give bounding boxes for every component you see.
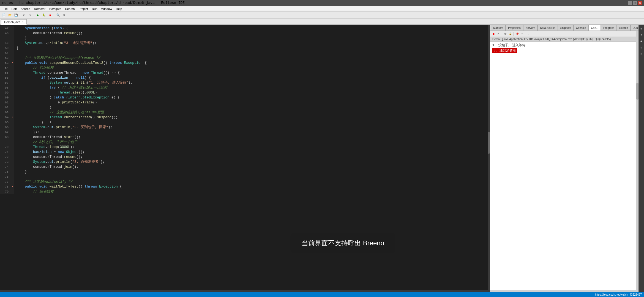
toolbar-redo[interactable]: ↪	[27, 12, 33, 18]
menu-item-refactor[interactable]: Refactor	[32, 7, 47, 11]
scrollbar-thumb[interactable]	[488, 132, 490, 154]
line-code	[14, 51, 17, 56]
line-code: consumerThread.resume();	[14, 155, 83, 160]
line-number: 65	[0, 120, 11, 125]
line-code: try { // 为这个线程加上一点延时	[14, 85, 108, 90]
tab-demo6-java[interactable]: Demo6.java ✕	[1, 19, 27, 25]
toolbar-settings[interactable]: ⚙	[61, 12, 67, 18]
menu-item-edit[interactable]: Edit	[10, 7, 18, 11]
right-tab-datasource[interactable]: Data Source	[537, 25, 558, 31]
line-number	[0, 36, 11, 41]
right-tab-snippets[interactable]: Snippets	[558, 25, 574, 31]
code-panel[interactable]: 47 synchronized (this) {48 consumerThrea…	[0, 25, 490, 292]
line-code: consumerThread.start();	[14, 135, 81, 140]
code-content: 47 synchronized (this) {48 consumerThrea…	[0, 25, 490, 292]
line-number: 54	[0, 65, 11, 70]
line-number: 56	[0, 75, 11, 80]
window-controls[interactable]: ─ □ ✕	[628, 1, 642, 5]
rt-scroll-lock[interactable]: 🔒	[508, 32, 512, 36]
rt-clear[interactable]: 🗑	[503, 32, 507, 36]
status-bar-text: https://blog.csdn.net/weixin_43228497	[595, 293, 642, 296]
minimize-button[interactable]: ─	[628, 1, 632, 5]
toolbar-open[interactable]: 📂	[7, 12, 13, 18]
line-number: 58	[0, 85, 11, 90]
right-tab-markers[interactable]: Markers	[491, 25, 506, 31]
right-scrollbar-thumb[interactable]	[636, 83, 638, 100]
line-code: e.printStackTrace();	[14, 100, 99, 105]
toolbar-search[interactable]: 🔍	[55, 12, 61, 18]
line-code: }	[14, 105, 52, 110]
console-output[interactable]: 1. 没包子, 进入等待3. 通知消费者	[490, 42, 638, 292]
menu-item-navigate[interactable]: Navigate	[48, 7, 63, 11]
rt-new-console[interactable]: +	[520, 32, 524, 36]
menu-item-file[interactable]: File	[1, 7, 9, 11]
line-number: 51	[0, 51, 11, 56]
code-line: 67 });	[0, 130, 490, 135]
line-marker	[11, 65, 14, 70]
menu-item-help[interactable]: Help	[114, 7, 124, 11]
line-code: consumerThread.join();	[14, 164, 78, 169]
rt-pin[interactable]: 📌	[515, 32, 519, 36]
line-code: });	[14, 130, 39, 135]
line-code: // 启动线程	[14, 189, 54, 194]
line-number: 48	[0, 31, 11, 36]
console-line: 3. 通知消费者	[492, 48, 636, 53]
vertical-scrollbar[interactable]	[488, 25, 490, 292]
rt-expand[interactable]: ⛶	[525, 32, 529, 36]
menu-bar: FileEditSourceRefactorNavigateSearchProj…	[0, 6, 644, 12]
right-tab-properties[interactable]: Properties	[506, 25, 523, 31]
line-number: 72	[0, 155, 11, 160]
line-number: 70	[0, 145, 11, 150]
line-marker	[11, 80, 14, 85]
right-tab-progress[interactable]: Progress	[601, 25, 617, 31]
line-marker	[11, 169, 14, 174]
rvt-btn-5[interactable]: ⊳	[639, 51, 644, 57]
line-code: /** 正常的wait/notify */	[14, 179, 73, 184]
toolbar-debug[interactable]: 🐛	[41, 12, 47, 18]
menu-item-project[interactable]: Project	[77, 7, 89, 11]
line-number: 53	[0, 61, 11, 65]
console-highlighted-text: 3. 通知消费者	[492, 48, 517, 53]
rvt-btn-1[interactable]: ⊞	[639, 26, 644, 31]
rt-remove[interactable]: ✕	[496, 32, 501, 36]
menu-item-source[interactable]: Source	[19, 7, 32, 11]
line-marker	[11, 46, 14, 51]
line-marker	[11, 75, 14, 80]
close-button[interactable]: ✕	[638, 1, 642, 5]
code-line: 70 Thread.sleep(3000L);	[0, 145, 490, 150]
tab-close[interactable]: ✕	[21, 21, 24, 23]
horizontal-scrollbar[interactable]	[0, 290, 488, 292]
right-tab-junit[interactable]: JUnit	[631, 25, 638, 31]
rvt-btn-4[interactable]: ⊙	[639, 45, 644, 50]
maximize-button[interactable]: □	[633, 1, 637, 5]
toolbar-sep-2	[34, 13, 34, 17]
toolbar-undo[interactable]: ↩	[21, 12, 27, 18]
line-number: 60	[0, 95, 11, 100]
line-code: }	[14, 169, 27, 174]
code-line: 75 }	[0, 169, 490, 174]
right-tab-console[interactable]: Console	[574, 25, 589, 31]
menu-item-run[interactable]: Run	[90, 7, 99, 11]
line-code: if (baozidian == null) {	[14, 75, 91, 80]
toolbar-new[interactable]: 📄	[1, 12, 7, 18]
line-marker	[11, 174, 14, 179]
code-line: 64• Thread.currentThread().suspend();	[0, 115, 490, 120]
right-tab-con[interactable]: Con...	[588, 25, 601, 31]
line-marker	[11, 130, 14, 135]
right-hscrollbar[interactable]	[490, 290, 636, 292]
rvt-btn-3[interactable]: ◈	[639, 38, 644, 44]
right-scrollbar[interactable]	[636, 31, 638, 292]
menu-item-search[interactable]: Search	[64, 7, 77, 11]
title-bar: ne_ws - hc-chapter-1/src/com/study/hc/th…	[0, 0, 644, 6]
right-tab-servers[interactable]: Servers	[523, 25, 537, 31]
toolbar: 📄 📂 💾 ↩ ↪ ▶ 🐛 ■ 🔍 ⚙	[0, 12, 644, 19]
toolbar-save[interactable]: 💾	[13, 12, 19, 18]
line-code: public void waitNotifyTest() throws Exce…	[14, 184, 122, 189]
menu-item-window[interactable]: Window	[100, 7, 114, 11]
right-tab-search[interactable]: Search	[617, 25, 631, 31]
line-marker	[11, 51, 14, 56]
toolbar-run[interactable]: ▶	[35, 12, 41, 18]
rvt-btn-2[interactable]: ≡	[639, 32, 644, 38]
toolbar-stop[interactable]: ■	[47, 12, 53, 18]
rt-terminate[interactable]: ■	[491, 32, 496, 36]
